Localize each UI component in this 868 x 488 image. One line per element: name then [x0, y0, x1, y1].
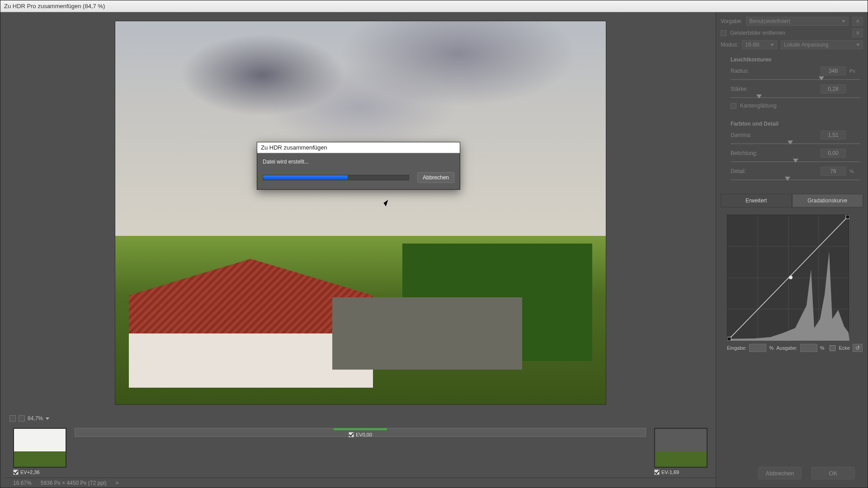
radius-label: Radius: [731, 68, 769, 74]
thumbnail[interactable]: EV0,00 [75, 428, 646, 437]
radius-input[interactable]: 348 [821, 66, 846, 75]
zoom-1to1-button[interactable] [19, 415, 25, 422]
thumbnail[interactable]: EV-1,69 [654, 428, 708, 475]
preset-label: Vorgabe: [721, 18, 742, 24]
titlebar: Zu HDR Pro zusammenfügen (84,7 %) [0, 0, 868, 12]
dialog-title: Zu HDR zusammenfügen [257, 142, 460, 153]
cursor-icon [384, 201, 391, 210]
status-zoom: 16.67% [13, 480, 32, 486]
ok-button[interactable]: OK [811, 467, 855, 479]
input-value[interactable] [749, 344, 766, 352]
thumbnail-ev-label: EV+2,36 [20, 469, 40, 475]
corner-label: Ecke [839, 345, 849, 351]
thumbnail-ev-label: EV0,00 [356, 432, 372, 437]
edge-smooth-checkbox[interactable] [731, 103, 736, 109]
progress-bar [263, 175, 409, 180]
radius-unit: Px [849, 68, 860, 74]
ghost-label: Geisterbilder entfernen [730, 30, 785, 36]
window-title: Zu HDR Pro zusammenfügen (84,7 %) [4, 3, 105, 9]
preset-value: Benutzerdefiniert [749, 18, 790, 24]
chevron-down-icon[interactable] [46, 418, 49, 420]
status-chevron: > [115, 480, 118, 486]
reset-icon: ↺ [855, 345, 860, 351]
preset-menu-button[interactable]: ≡ [852, 17, 863, 26]
tab-curve[interactable]: Gradationskurve [792, 194, 863, 207]
output-label: Ausgabe: [776, 345, 797, 351]
statusbar: 16.67% 5936 Px × 4450 Px (72 ppi) > [5, 478, 716, 488]
reset-curve-button[interactable]: ↺ [853, 344, 863, 352]
strength-slider[interactable] [731, 94, 860, 101]
progress-dialog: Zu HDR zusammenfügen Datei wird erstellt… [257, 142, 460, 190]
zoom-row: 84,7% [5, 413, 716, 423]
zoom-percent: 84,7% [28, 415, 43, 422]
tone-curve[interactable] [727, 215, 849, 340]
exposure-label: Belichtung: [731, 150, 769, 156]
thumbnail-ev-label: EV-1,69 [661, 469, 679, 475]
hdr-pro-window: Zu HDR Pro zusammenfügen (84,7 %) Zu HDR… [0, 0, 868, 488]
mode-label: Modus: [721, 42, 738, 48]
status-dimensions: 5936 Px × 4450 Px (72 ppi) [41, 480, 107, 486]
detail-label: Detail: [731, 168, 769, 174]
strength-input[interactable]: 0,28 [821, 84, 846, 94]
hdr-preview-image[interactable] [115, 21, 606, 404]
edge-smooth-label: Kantenglättung [740, 103, 777, 109]
preset-select[interactable]: Benutzerdefiniert [746, 17, 849, 26]
thumbnail-checkbox[interactable] [654, 469, 660, 475]
detail-unit: % [849, 169, 860, 174]
ghost-checkbox[interactable] [721, 30, 726, 36]
thumbnail-image[interactable] [654, 428, 708, 468]
settings-panel: Vorgabe: Benutzerdefiniert ≡ Geisterbild… [716, 12, 868, 488]
tone-detail-title: Farbton und Detail [731, 121, 860, 127]
tab-advanced[interactable]: Erweitert [721, 194, 792, 207]
thumbnail-checkbox[interactable] [13, 469, 19, 475]
gamma-input[interactable]: 1,51 [821, 131, 846, 140]
svg-rect-8 [846, 215, 849, 219]
gamma-slider[interactable] [731, 141, 860, 147]
left-toolbar [0, 12, 5, 488]
strength-label: Stärke: [731, 86, 769, 92]
preview-area: Zu HDR zusammenfügen Datei wird erstellt… [5, 12, 716, 413]
source-thumbnails: EV+2,36EV0,00EV-1,69 [5, 423, 716, 478]
chevron-down-icon [842, 20, 845, 23]
curve-tabs: Erweitert Gradationskurve [721, 194, 863, 207]
thumbnail-image[interactable] [334, 428, 387, 430]
radius-slider[interactable] [731, 76, 860, 83]
thumbnail-image[interactable] [13, 428, 66, 468]
input-label: Eingabe: [727, 345, 746, 351]
thumbnail[interactable]: EV+2,36 [13, 428, 66, 475]
cancel-button[interactable]: Abbrechen [758, 467, 802, 479]
chevron-down-icon [856, 44, 860, 46]
detail-slider[interactable] [731, 177, 860, 183]
chevron-down-icon [770, 44, 774, 46]
exposure-input[interactable]: 0,00 [821, 149, 846, 158]
method-select[interactable]: Lokale Anpassung [781, 40, 863, 49]
ghost-menu-button[interactable]: ≡ [852, 28, 863, 38]
thumbnail-checkbox[interactable] [349, 432, 354, 437]
svg-rect-7 [727, 337, 731, 341]
dialog-cancel-button[interactable]: Abbrechen [417, 172, 454, 183]
mode-select[interactable]: 16-Bit [742, 40, 777, 49]
edge-glow-section: Leuchtkonturen Radius: 348 Px Stärke: 0,… [721, 52, 863, 113]
tone-detail-section: Farbton und Detail Gamma: 1,51 Belichtun… [721, 116, 863, 189]
corner-checkbox[interactable] [830, 345, 835, 351]
edge-glow-title: Leuchtkonturen [731, 56, 860, 63]
dialog-message: Datei wird erstellt... [263, 159, 454, 165]
gamma-label: Gamma: [731, 132, 769, 138]
detail-input[interactable]: 78 [821, 167, 846, 176]
svg-point-9 [789, 276, 793, 279]
exposure-slider[interactable] [731, 159, 860, 165]
zoom-fit-button[interactable] [9, 415, 16, 422]
output-value[interactable] [800, 344, 817, 352]
